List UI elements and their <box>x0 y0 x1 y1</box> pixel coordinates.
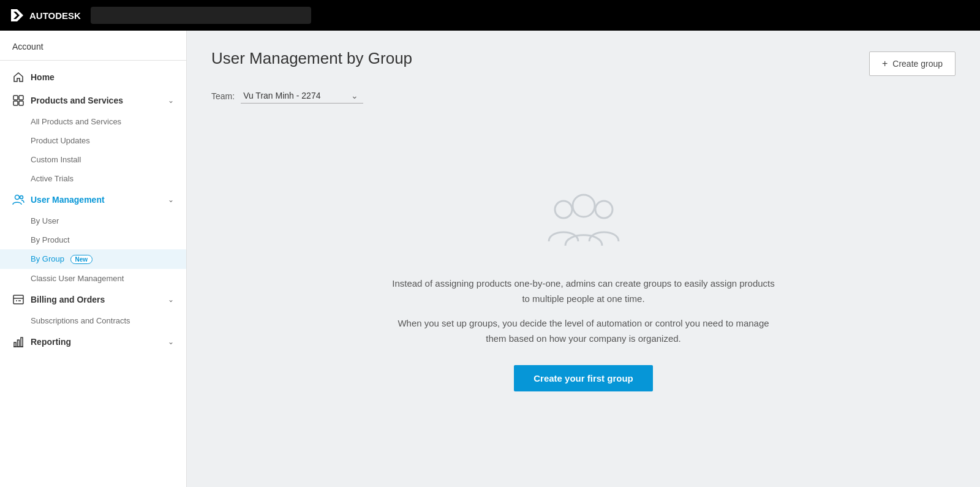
sidebar-sub-by-product[interactable]: By Product <box>0 230 186 249</box>
create-group-button[interactable]: + Create group <box>869 51 956 76</box>
sidebar-item-reporting[interactable]: Reporting ⌄ <box>0 330 186 353</box>
home-icon <box>12 72 24 83</box>
sidebar-section-billing: Billing and Orders ⌄ Subscriptions and C… <box>0 288 186 330</box>
products-label: Products and Services <box>31 96 162 105</box>
sidebar-sub-product-updates[interactable]: Product Updates <box>0 131 186 150</box>
svg-point-6 <box>15 195 20 200</box>
team-selector: Team: Vu Tran Minh - 2274 ⌄ <box>187 88 980 116</box>
sidebar-sub-by-user[interactable]: By User <box>0 211 186 230</box>
page-title: User Management by Group <box>211 49 412 68</box>
billing-label: Billing and Orders <box>31 295 162 304</box>
sidebar-section-products: Products and Services ⌄ All Products and… <box>0 89 186 188</box>
user-management-chevron: ⌄ <box>168 195 174 204</box>
empty-state-desc2: When you set up groups, you decide the l… <box>388 315 780 347</box>
products-icon <box>12 95 24 106</box>
reporting-icon <box>12 336 24 347</box>
user-mgmt-sub-items: By User By Product By Group New Classic … <box>0 211 186 288</box>
svg-rect-15 <box>21 338 23 347</box>
team-label: Team: <box>211 91 235 101</box>
billing-chevron: ⌄ <box>168 295 174 304</box>
brand-name: AUTODESK <box>29 10 81 21</box>
groups-illustration <box>544 187 624 255</box>
empty-state: Instead of assigning products one-by-one… <box>187 116 980 487</box>
team-value: Vu Tran Minh - 2274 <box>243 91 320 100</box>
user-management-icon <box>12 194 24 205</box>
svg-rect-5 <box>19 101 23 105</box>
empty-state-icon <box>544 187 624 257</box>
svg-point-18 <box>573 195 595 217</box>
team-dropdown[interactable]: Vu Tran Minh - 2274 ⌄ <box>241 88 363 104</box>
svg-rect-13 <box>14 342 16 347</box>
sidebar: Account Home <box>0 31 187 487</box>
sidebar-account-label: Account <box>0 31 186 61</box>
user-management-label: User Management <box>31 195 162 205</box>
svg-rect-4 <box>13 101 18 105</box>
svg-point-16 <box>555 201 572 218</box>
content-header: User Management by Group + Create group <box>187 31 980 88</box>
search-input[interactable] <box>91 7 311 24</box>
svg-rect-8 <box>13 295 23 304</box>
create-group-plus-icon: + <box>882 58 888 69</box>
svg-rect-3 <box>19 96 23 100</box>
by-group-label: By Group <box>31 254 64 263</box>
topbar: AUTODESK <box>0 0 980 31</box>
create-first-group-button[interactable]: Create your first group <box>514 365 653 391</box>
create-group-label: Create group <box>892 59 943 69</box>
billing-sub-items: Subscriptions and Contracts <box>0 311 186 330</box>
team-dropdown-chevron: ⌄ <box>351 91 358 100</box>
search-wrapper[interactable] <box>91 7 311 24</box>
main-layout: Account Home <box>0 31 980 487</box>
sidebar-sub-by-group[interactable]: By Group New <box>0 249 186 269</box>
autodesk-logo-icon <box>10 8 24 23</box>
svg-point-17 <box>595 201 612 218</box>
products-chevron: ⌄ <box>168 96 174 105</box>
sidebar-item-user-management[interactable]: User Management ⌄ <box>0 188 186 211</box>
billing-icon <box>12 294 24 305</box>
sidebar-item-home[interactable]: Home <box>0 66 186 89</box>
new-badge: New <box>70 255 93 264</box>
sidebar-nav: Home Products and Services ⌄ <box>0 61 186 358</box>
content-area: User Management by Group + Create group … <box>187 31 980 487</box>
sidebar-sub-subscriptions[interactable]: Subscriptions and Contracts <box>0 311 186 330</box>
home-label: Home <box>31 72 174 82</box>
sidebar-item-products[interactable]: Products and Services ⌄ <box>0 89 186 112</box>
empty-state-desc1: Instead of assigning products one-by-one… <box>388 276 780 307</box>
svg-point-7 <box>20 196 23 199</box>
sidebar-item-billing[interactable]: Billing and Orders ⌄ <box>0 288 186 311</box>
svg-rect-14 <box>18 340 20 347</box>
sidebar-section-reporting: Reporting ⌄ <box>0 330 186 353</box>
sidebar-sub-custom-install[interactable]: Custom Install <box>0 150 186 169</box>
sidebar-sub-all-products[interactable]: All Products and Services <box>0 112 186 131</box>
sidebar-sub-classic-user-mgmt[interactable]: Classic User Management <box>0 269 186 288</box>
svg-rect-2 <box>13 96 18 100</box>
reporting-label: Reporting <box>31 337 162 347</box>
autodesk-logo: AUTODESK <box>10 8 81 23</box>
sidebar-section-user-mgmt: User Management ⌄ By User By Product By … <box>0 188 186 288</box>
sidebar-sub-active-trials[interactable]: Active Trials <box>0 169 186 188</box>
products-sub-items: All Products and Services Product Update… <box>0 112 186 188</box>
reporting-chevron: ⌄ <box>168 338 174 346</box>
